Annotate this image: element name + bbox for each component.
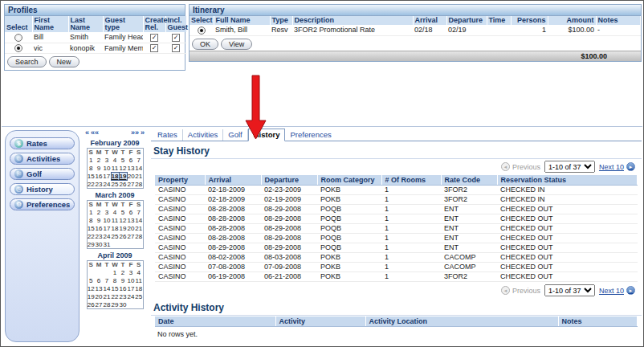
calendar-day[interactable]: 28 — [135, 233, 143, 241]
prev-month-icon[interactable]: « — [85, 129, 89, 137]
calendar-day[interactable]: 16 — [119, 285, 127, 293]
calendar-day[interactable]: 21 — [103, 293, 111, 301]
view-button[interactable]: View — [221, 39, 252, 50]
calendar-day[interactable]: 14 — [135, 165, 143, 173]
calendar-day[interactable]: 19 — [87, 293, 95, 301]
calendar-day[interactable]: 17 — [103, 225, 111, 233]
page-range-select[interactable]: 1-10 of 37 — [544, 161, 595, 173]
calendar-day[interactable]: 16 — [95, 173, 103, 181]
calendar-day[interactable]: 22 — [111, 293, 119, 301]
calendar-day[interactable]: 1 — [87, 157, 95, 165]
search-button[interactable]: Search — [7, 56, 47, 67]
tab-preferences[interactable]: Preferences — [285, 129, 336, 141]
calendar-day[interactable]: 27 — [95, 301, 103, 309]
calendar-day[interactable]: 23 — [95, 181, 103, 189]
calendar-day[interactable]: 20 — [95, 293, 103, 301]
calendar-day[interactable]: 3 — [103, 209, 111, 217]
next-month-icon[interactable]: » — [141, 129, 145, 137]
sidebar-item-activities[interactable]: ☺Activities — [10, 153, 75, 165]
calendar-day[interactable]: 12 — [119, 165, 127, 173]
calendar-day[interactable]: 12 — [87, 285, 95, 293]
calendar-day[interactable]: 3 — [103, 157, 111, 165]
calendar-day[interactable]: 29 — [87, 241, 95, 249]
new-button[interactable]: New — [49, 56, 79, 67]
calendar-day[interactable]: 20 — [127, 225, 135, 233]
calendar-day[interactable]: 14 — [135, 217, 143, 225]
calendar-day[interactable]: 6 — [127, 209, 135, 217]
calendar-day[interactable]: 15 — [111, 285, 119, 293]
incl-guest-checkbox[interactable]: ✓ — [172, 44, 180, 52]
calendar-day[interactable]: 9 — [95, 165, 103, 173]
calendar-day[interactable]: 28 — [135, 181, 143, 189]
calendar-day[interactable]: 13 — [127, 165, 135, 173]
calendar-day[interactable]: 7 — [135, 209, 143, 217]
calendar-day[interactable]: 2 — [119, 269, 127, 277]
calendar-day[interactable]: 26 — [119, 233, 127, 241]
calendar-day[interactable]: 7 — [103, 277, 111, 285]
calendar-day[interactable]: 13 — [127, 217, 135, 225]
calendar-day[interactable]: 15 — [87, 173, 95, 181]
calendar-day[interactable]: 17 — [103, 173, 111, 181]
calendar-day[interactable]: 5 — [87, 277, 95, 285]
calendar-day[interactable]: 6 — [127, 157, 135, 165]
calendar-day[interactable]: 24 — [127, 293, 135, 301]
profile-select-radio[interactable] — [14, 44, 22, 52]
calendar-day[interactable]: 27 — [127, 233, 135, 241]
calendar-day[interactable]: 10 — [103, 165, 111, 173]
calendar-day[interactable]: 30 — [119, 301, 127, 309]
calendar-day[interactable]: 20 — [127, 173, 135, 181]
itinerary-select-radio[interactable] — [198, 27, 206, 35]
ok-button[interactable]: OK — [192, 39, 218, 50]
sidebar-item-preferences[interactable]: ⚙Preferences — [10, 198, 75, 210]
calendar-day[interactable]: 1 — [111, 269, 119, 277]
calendar-day[interactable]: 25 — [135, 293, 143, 301]
calendar-day[interactable]: 5 — [119, 209, 127, 217]
calendar-day[interactable]: 17 — [127, 285, 135, 293]
calendar-day[interactable]: 3 — [127, 269, 135, 277]
calendar-day[interactable]: 26 — [119, 181, 127, 189]
incl-guest-checkbox[interactable]: ✓ — [172, 34, 180, 42]
profile-select-radio[interactable] — [14, 34, 22, 42]
create-rel-checkbox[interactable]: ✓ — [150, 34, 158, 42]
next-10-link[interactable]: Next 10► — [599, 162, 635, 171]
calendar-day[interactable]: 23 — [95, 233, 103, 241]
calendar-day[interactable]: 4 — [135, 269, 143, 277]
calendar-day[interactable]: 25 — [111, 181, 119, 189]
calendar-day[interactable]: 6 — [95, 277, 103, 285]
calendar-day[interactable]: 5 — [119, 157, 127, 165]
calendar-day[interactable]: 4 — [111, 209, 119, 217]
prev-year-icon[interactable]: «« — [91, 129, 99, 137]
calendar-day[interactable]: 4 — [111, 157, 119, 165]
calendar-day[interactable]: 11 — [135, 277, 143, 285]
calendar-day[interactable]: 27 — [127, 181, 135, 189]
calendar-day[interactable]: 18 — [111, 225, 119, 233]
calendar-day[interactable]: 23 — [119, 293, 127, 301]
tab-activities[interactable]: Activities — [183, 129, 223, 141]
sidebar-item-rates[interactable]: $Rates — [10, 137, 75, 149]
sidebar-item-golf[interactable]: ⚐Golf — [10, 168, 75, 180]
calendar-day[interactable]: 10 — [127, 277, 135, 285]
calendar-day[interactable]: 10 — [103, 217, 111, 225]
calendar-day[interactable]: 29 — [111, 301, 119, 309]
calendar-day[interactable]: 24 — [103, 233, 111, 241]
calendar-day[interactable]: 9 — [95, 217, 103, 225]
sidebar-item-history[interactable]: ◷History — [10, 183, 75, 195]
calendar-day[interactable]: 18 — [135, 285, 143, 293]
calendar-day[interactable]: 18 — [111, 173, 119, 181]
calendar-day[interactable]: 22 — [87, 233, 95, 241]
create-rel-checkbox[interactable]: ✓ — [150, 44, 158, 52]
calendar-day[interactable]: 19 — [119, 173, 127, 181]
calendar-day[interactable]: 22 — [87, 181, 95, 189]
calendar-day[interactable]: 28 — [103, 301, 111, 309]
calendar-day[interactable]: 11 — [111, 165, 119, 173]
page-range-select[interactable]: 1-10 of 37 — [544, 284, 595, 296]
calendar-day[interactable]: 21 — [135, 225, 143, 233]
calendar-day[interactable]: 1 — [87, 209, 95, 217]
calendar-day[interactable]: 19 — [119, 225, 127, 233]
calendar-day[interactable]: 11 — [111, 217, 119, 225]
next-10-link[interactable]: Next 10► — [599, 286, 635, 295]
calendar-day[interactable]: 30 — [95, 241, 103, 249]
calendar-day[interactable]: 2 — [95, 209, 103, 217]
calendar-day[interactable]: 8 — [111, 277, 119, 285]
calendar-day[interactable]: 7 — [135, 157, 143, 165]
